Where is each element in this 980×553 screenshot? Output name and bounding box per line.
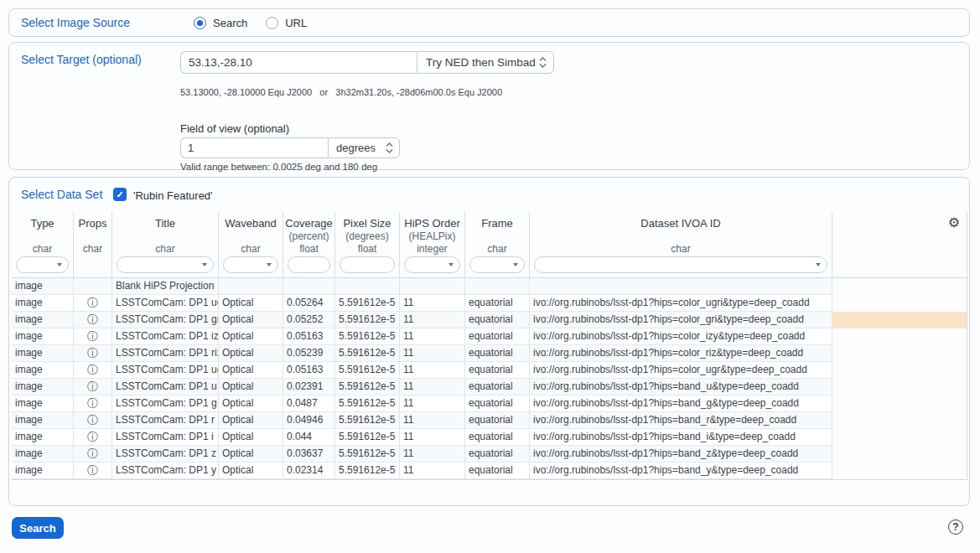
info-icon[interactable]: ⓘ <box>87 330 98 343</box>
filter-title[interactable] <box>117 256 214 273</box>
column-header-hips-order[interactable]: HiPS Order(HEALPix)integer <box>400 212 465 277</box>
row-filler <box>832 295 967 312</box>
cell-dataset-ivoa-id: ivo://org.rubinobs/lsst-dp1?hips=band_i&… <box>530 429 832 446</box>
info-icon[interactable]: ⓘ <box>87 380 98 393</box>
target-input[interactable]: 53.13,-28.10 <box>180 51 417 74</box>
help-icon[interactable]: ? <box>948 519 963 535</box>
table-row[interactable]: imageⓘLSSTComCam: DP1 rizOptical0.052395… <box>12 345 967 362</box>
column-title: Frame <box>465 217 529 230</box>
column-header-props[interactable]: Propschar <box>74 212 112 277</box>
info-icon[interactable]: ⓘ <box>87 431 98 443</box>
info-icon[interactable]: ⓘ <box>87 347 98 359</box>
cell-hips-order: 11 <box>400 412 465 429</box>
row-filler <box>832 395 967 412</box>
table-row[interactable]: imageⓘLSSTComCam: DP1 yOptical0.023145.5… <box>12 463 967 479</box>
column-header-frame[interactable]: Framechar <box>465 212 530 277</box>
fov-input[interactable]: 1 <box>180 137 328 158</box>
filter-type[interactable] <box>16 256 69 273</box>
cell-title: LSSTComCam: DP1 ugr <box>112 362 219 379</box>
check-icon: ✓ <box>116 189 123 200</box>
cell-pixel-size: 5.591612e-5 <box>335 295 400 312</box>
image-source-panel: Select Image Source Search URL <box>8 8 970 37</box>
cell-dataset-ivoa-id: ivo://org.rubinobs/lsst-dp1?hips=band_z&… <box>530 446 832 463</box>
row-filler <box>832 328 967 345</box>
table-row[interactable]: imageⓘLSSTComCam: DP1 zOptical0.036375.5… <box>12 446 967 463</box>
resolver-select[interactable]: Try NED then Simbad <box>417 51 554 74</box>
fov-valid-range-hint: Valid range between: 0.0025 deg and 180 … <box>180 162 377 172</box>
info-icon[interactable]: ⓘ <box>87 414 98 426</box>
table-row[interactable]: imageⓘLSSTComCam: DP1 uOptical0.023915.5… <box>12 379 967 395</box>
cell-waveband: Optical <box>219 395 283 412</box>
cell-frame: equatorial <box>465 345 530 362</box>
column-header-waveband[interactable]: Wavebandchar <box>219 212 283 277</box>
cell-props <box>74 278 112 295</box>
row-filler <box>832 312 967 328</box>
cell-pixel-size: 5.591612e-5 <box>335 362 400 379</box>
filter-dataset-ivoa-id[interactable] <box>534 256 827 273</box>
row-filler <box>832 446 967 463</box>
filter-hips-order[interactable] <box>404 256 460 273</box>
info-icon[interactable]: ⓘ <box>87 313 98 326</box>
table-row[interactable]: imageⓘLSSTComCam: DP1 rOptical0.049465.5… <box>12 412 967 429</box>
cell-coverage: 0.05239 <box>283 345 335 362</box>
column-header-coverage[interactable]: Coverage(percent)float <box>283 212 335 277</box>
cell-pixel-size: 5.591612e-5 <box>335 429 400 446</box>
column-header-title[interactable]: Titlechar <box>112 212 219 277</box>
table-row[interactable]: imageⓘLSSTComCam: DP1 izyOptical0.051635… <box>12 328 967 345</box>
column-header-pixel-size[interactable]: Pixel Size(degrees)float <box>335 212 400 277</box>
column-datatype: char <box>112 243 218 255</box>
row-filler <box>832 463 967 479</box>
column-title: Dataset IVOA ID <box>530 217 832 230</box>
column-header-type[interactable]: Typechar <box>12 212 74 277</box>
rubin-featured-label[interactable]: 'Rubin Featured' <box>133 189 213 202</box>
cell-coverage: 0.02391 <box>283 379 335 395</box>
cell-dataset-ivoa-id: ivo://org.rubinobs/lsst-dp1?hips=color_r… <box>530 345 832 362</box>
table-row[interactable]: imageⓘLSSTComCam: DP1 griOptical0.052525… <box>12 312 967 328</box>
url-radio-label[interactable]: URL <box>285 17 307 29</box>
target-panel: Select Target (optional) 53.13,-28.10 Tr… <box>8 42 970 170</box>
chevron-updown-icon <box>386 142 393 153</box>
fov-unit-select[interactable]: degrees <box>328 137 400 158</box>
filter-pixel-size[interactable] <box>340 256 395 273</box>
cell-title: LSSTComCam: DP1 i <box>112 429 219 446</box>
cell-pixel-size: 5.591612e-5 <box>335 379 400 395</box>
search-button[interactable]: Search <box>12 517 64 539</box>
cell-hips-order: 11 <box>400 379 465 395</box>
info-icon[interactable]: ⓘ <box>87 464 98 477</box>
fov-unit-value: degrees <box>336 142 376 154</box>
cell-coverage: 0.05264 <box>283 295 335 312</box>
filter-waveband[interactable] <box>223 256 278 273</box>
cell-waveband: Optical <box>219 345 283 362</box>
cell-hips-order: 11 <box>400 446 465 463</box>
info-icon[interactable]: ⓘ <box>87 364 98 376</box>
dataset-label: Select Data Set <box>21 188 102 201</box>
info-icon[interactable]: ⓘ <box>87 297 98 309</box>
table-row[interactable]: imageBlank HiPS Projection <box>12 278 967 295</box>
info-icon[interactable]: ⓘ <box>87 447 98 460</box>
column-header-dataset-ivoa-id[interactable]: Dataset IVOA IDchar <box>530 212 832 277</box>
cell-type: image <box>12 345 74 362</box>
table-row[interactable]: imageⓘLSSTComCam: DP1 iOptical0.0445.591… <box>12 429 967 446</box>
table-row[interactable]: imageⓘLSSTComCam: DP1 ugrOptical0.051635… <box>12 362 967 379</box>
url-radio[interactable] <box>266 17 278 29</box>
table-header: TypecharPropscharTitlecharWavebandcharCo… <box>12 212 967 278</box>
table-row[interactable]: imageⓘLSSTComCam: DP1 ugriOptical0.05264… <box>12 295 967 312</box>
filter-coverage[interactable] <box>288 256 330 273</box>
cell-hips-order: 11 <box>400 429 465 446</box>
cell-hips-order: 11 <box>400 463 465 479</box>
filter-frame[interactable] <box>469 256 525 273</box>
cell-title: Blank HiPS Projection <box>112 278 219 295</box>
info-icon[interactable]: ⓘ <box>87 397 98 410</box>
search-radio-label[interactable]: Search <box>213 17 247 29</box>
cell-coverage: 0.02314 <box>283 463 335 479</box>
cell-frame <box>465 278 530 295</box>
cell-title: LSSTComCam: DP1 u <box>112 379 219 395</box>
settings-gear-icon[interactable]: ⚙ <box>948 215 960 230</box>
cell-title: LSSTComCam: DP1 y <box>112 463 219 479</box>
cell-title: LSSTComCam: DP1 ugri <box>112 295 219 312</box>
table-row[interactable]: imageⓘLSSTComCam: DP1 gOptical0.04875.59… <box>12 395 967 412</box>
search-radio[interactable] <box>194 17 206 29</box>
column-datatype: float <box>283 243 334 255</box>
row-filler <box>832 345 967 362</box>
rubin-featured-checkbox[interactable]: ✓ <box>113 188 127 201</box>
